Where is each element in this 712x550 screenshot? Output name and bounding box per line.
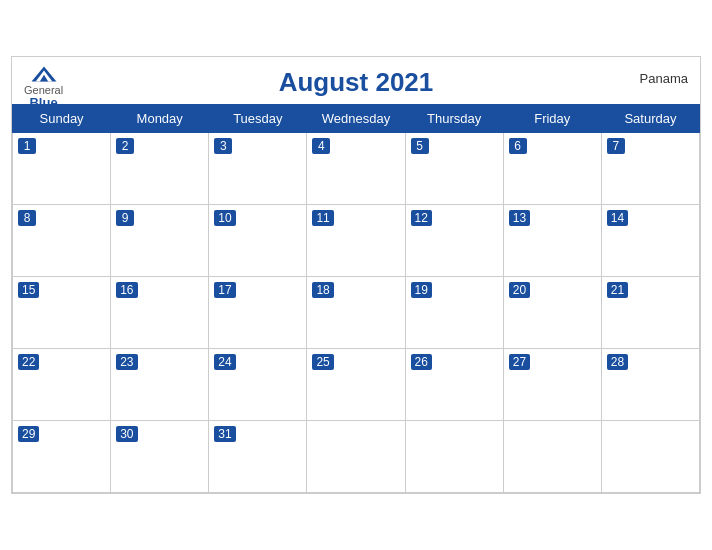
brand-logo-area: General Blue xyxy=(24,65,63,109)
country-label: Panama xyxy=(640,71,688,86)
day-cell-5: 5 xyxy=(405,133,503,205)
day-number-14: 14 xyxy=(607,210,628,226)
day-number-25: 25 xyxy=(312,354,333,370)
header-monday: Monday xyxy=(111,105,209,133)
calendar-header: General Blue August 2021 Panama xyxy=(12,57,700,104)
day-cell-1: 1 xyxy=(13,133,111,205)
calendar-title: August 2021 xyxy=(28,67,684,98)
day-number-19: 19 xyxy=(411,282,432,298)
day-cell-6: 6 xyxy=(503,133,601,205)
day-number-10: 10 xyxy=(214,210,235,226)
day-cell-8: 8 xyxy=(13,205,111,277)
day-number-7: 7 xyxy=(607,138,625,154)
day-cell-2: 2 xyxy=(111,133,209,205)
day-number-17: 17 xyxy=(214,282,235,298)
day-number-30: 30 xyxy=(116,426,137,442)
day-number-29: 29 xyxy=(18,426,39,442)
empty-day-cell xyxy=(405,421,503,493)
day-headers-row: Sunday Monday Tuesday Wednesday Thursday… xyxy=(13,105,700,133)
day-cell-21: 21 xyxy=(601,277,699,349)
day-cell-30: 30 xyxy=(111,421,209,493)
day-number-11: 11 xyxy=(312,210,333,226)
week-row-4: 293031 xyxy=(13,421,700,493)
day-cell-11: 11 xyxy=(307,205,405,277)
day-cell-18: 18 xyxy=(307,277,405,349)
day-cell-15: 15 xyxy=(13,277,111,349)
day-number-8: 8 xyxy=(18,210,36,226)
day-cell-4: 4 xyxy=(307,133,405,205)
empty-day-cell xyxy=(307,421,405,493)
empty-day-cell xyxy=(601,421,699,493)
header-tuesday: Tuesday xyxy=(209,105,307,133)
day-number-13: 13 xyxy=(509,210,530,226)
day-cell-28: 28 xyxy=(601,349,699,421)
day-number-26: 26 xyxy=(411,354,432,370)
day-cell-26: 26 xyxy=(405,349,503,421)
day-cell-29: 29 xyxy=(13,421,111,493)
calendar: General Blue August 2021 Panama Sunday M… xyxy=(11,56,701,494)
day-cell-14: 14 xyxy=(601,205,699,277)
empty-day-cell xyxy=(503,421,601,493)
brand-blue-text: Blue xyxy=(29,96,57,109)
day-cell-27: 27 xyxy=(503,349,601,421)
header-saturday: Saturday xyxy=(601,105,699,133)
day-cell-3: 3 xyxy=(209,133,307,205)
day-number-5: 5 xyxy=(411,138,429,154)
day-number-16: 16 xyxy=(116,282,137,298)
day-number-31: 31 xyxy=(214,426,235,442)
day-cell-31: 31 xyxy=(209,421,307,493)
week-row-0: 1234567 xyxy=(13,133,700,205)
day-number-3: 3 xyxy=(214,138,232,154)
day-number-21: 21 xyxy=(607,282,628,298)
day-number-12: 12 xyxy=(411,210,432,226)
day-number-9: 9 xyxy=(116,210,134,226)
calendar-table: Sunday Monday Tuesday Wednesday Thursday… xyxy=(12,104,700,493)
day-number-27: 27 xyxy=(509,354,530,370)
header-friday: Friday xyxy=(503,105,601,133)
day-cell-10: 10 xyxy=(209,205,307,277)
calendar-body: 1234567891011121314151617181920212223242… xyxy=(13,133,700,493)
week-row-1: 891011121314 xyxy=(13,205,700,277)
day-cell-23: 23 xyxy=(111,349,209,421)
day-number-22: 22 xyxy=(18,354,39,370)
day-number-2: 2 xyxy=(116,138,134,154)
day-number-24: 24 xyxy=(214,354,235,370)
header-thursday: Thursday xyxy=(405,105,503,133)
day-cell-13: 13 xyxy=(503,205,601,277)
day-cell-12: 12 xyxy=(405,205,503,277)
week-row-3: 22232425262728 xyxy=(13,349,700,421)
day-number-23: 23 xyxy=(116,354,137,370)
week-row-2: 15161718192021 xyxy=(13,277,700,349)
day-cell-16: 16 xyxy=(111,277,209,349)
day-cell-20: 20 xyxy=(503,277,601,349)
day-cell-19: 19 xyxy=(405,277,503,349)
day-cell-17: 17 xyxy=(209,277,307,349)
day-number-1: 1 xyxy=(18,138,36,154)
day-number-15: 15 xyxy=(18,282,39,298)
day-number-18: 18 xyxy=(312,282,333,298)
day-cell-22: 22 xyxy=(13,349,111,421)
day-cell-7: 7 xyxy=(601,133,699,205)
day-number-6: 6 xyxy=(509,138,527,154)
day-cell-25: 25 xyxy=(307,349,405,421)
header-wednesday: Wednesday xyxy=(307,105,405,133)
day-number-4: 4 xyxy=(312,138,330,154)
day-number-28: 28 xyxy=(607,354,628,370)
day-cell-24: 24 xyxy=(209,349,307,421)
day-number-20: 20 xyxy=(509,282,530,298)
day-cell-9: 9 xyxy=(111,205,209,277)
